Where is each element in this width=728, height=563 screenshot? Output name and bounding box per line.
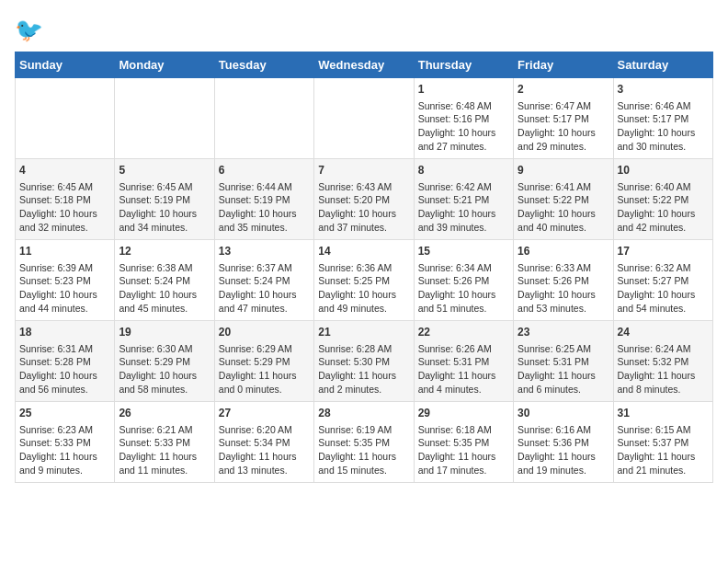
day-info: Sunset: 5:17 PM — [518, 112, 609, 126]
cell-week4-day0: 18Sunrise: 6:31 AMSunset: 5:28 PMDayligh… — [16, 321, 115, 402]
day-info: Sunrise: 6:38 AM — [119, 261, 210, 275]
day-info: Sunrise: 6:25 AM — [518, 342, 609, 356]
day-info: Daylight: 10 hours — [618, 207, 709, 221]
day-info: Sunset: 5:29 PM — [219, 355, 310, 369]
day-info: Daylight: 10 hours — [518, 207, 609, 221]
day-info: Sunset: 5:31 PM — [418, 355, 509, 369]
day-number: 30 — [518, 406, 609, 421]
day-info: Sunset: 5:19 PM — [219, 193, 310, 207]
day-info: and 11 minutes. — [119, 464, 210, 477]
day-info: and 21 minutes. — [618, 464, 709, 477]
day-info: Sunrise: 6:43 AM — [318, 180, 409, 194]
day-number: 11 — [19, 244, 110, 259]
day-info: Sunset: 5:23 PM — [19, 274, 110, 288]
day-info: Daylight: 10 hours — [318, 288, 409, 302]
logo: 🐦 — [15, 15, 48, 44]
cell-week4-day1: 19Sunrise: 6:30 AMSunset: 5:29 PMDayligh… — [115, 321, 214, 402]
cell-week3-day2: 13Sunrise: 6:37 AMSunset: 5:24 PMDayligh… — [214, 240, 313, 321]
day-info: Daylight: 10 hours — [19, 207, 110, 221]
day-info: Sunrise: 6:47 AM — [518, 99, 609, 113]
day-info: and 30 minutes. — [618, 140, 709, 154]
day-number: 4 — [19, 163, 110, 178]
day-info: Sunset: 5:26 PM — [418, 274, 509, 288]
cell-week1-day5: 2Sunrise: 6:47 AMSunset: 5:17 PMDaylight… — [514, 78, 613, 159]
day-number: 27 — [219, 406, 310, 421]
day-info: Daylight: 11 hours — [318, 450, 409, 464]
day-number: 5 — [119, 163, 210, 178]
day-info: Daylight: 11 hours — [618, 369, 709, 383]
day-info: Daylight: 10 hours — [219, 207, 310, 221]
day-number: 2 — [518, 82, 609, 98]
day-info: Sunrise: 6:15 AM — [618, 423, 709, 437]
day-info: Sunrise: 6:18 AM — [418, 423, 509, 437]
day-number: 20 — [219, 325, 310, 340]
day-info: Sunset: 5:17 PM — [618, 112, 709, 126]
day-number: 31 — [618, 406, 709, 421]
day-info: Daylight: 10 hours — [119, 207, 210, 221]
day-info: Sunset: 5:25 PM — [318, 274, 409, 288]
day-number: 29 — [418, 406, 509, 421]
day-info: and 27 minutes. — [418, 140, 509, 154]
day-info: Daylight: 11 hours — [418, 450, 509, 464]
header-thursday: Thursday — [414, 52, 513, 78]
day-info: Sunset: 5:31 PM — [518, 355, 609, 369]
day-info: and 32 minutes. — [19, 221, 110, 235]
day-info: and 29 minutes. — [518, 140, 609, 154]
day-number: 1 — [418, 82, 509, 98]
day-info: and 34 minutes. — [119, 221, 210, 235]
day-info: Daylight: 11 hours — [219, 450, 310, 464]
cell-week2-day6: 10Sunrise: 6:40 AMSunset: 5:22 PMDayligh… — [613, 159, 712, 240]
day-info: and 47 minutes. — [219, 302, 310, 316]
cell-week3-day4: 15Sunrise: 6:34 AMSunset: 5:26 PMDayligh… — [414, 240, 513, 321]
cell-week4-day5: 23Sunrise: 6:25 AMSunset: 5:31 PMDayligh… — [514, 321, 613, 402]
day-info: Sunset: 5:32 PM — [618, 355, 709, 369]
day-info: and 49 minutes. — [318, 302, 409, 316]
day-info: Sunrise: 6:21 AM — [119, 423, 210, 437]
cell-week3-day6: 17Sunrise: 6:32 AMSunset: 5:27 PMDayligh… — [613, 240, 712, 321]
day-info: Daylight: 10 hours — [19, 369, 110, 383]
cell-week2-day0: 4Sunrise: 6:45 AMSunset: 5:18 PMDaylight… — [16, 159, 115, 240]
day-number: 3 — [618, 82, 709, 98]
day-info: Sunrise: 6:32 AM — [618, 261, 709, 275]
day-number: 28 — [318, 406, 409, 421]
day-number: 26 — [119, 406, 210, 421]
svg-text:🐦: 🐦 — [15, 16, 44, 44]
day-info: and 35 minutes. — [219, 221, 310, 235]
day-info: and 45 minutes. — [119, 302, 210, 316]
day-number: 14 — [318, 244, 409, 259]
day-info: Daylight: 10 hours — [418, 207, 509, 221]
day-info: Sunset: 5:35 PM — [418, 436, 509, 450]
cell-week5-day6: 31Sunrise: 6:15 AMSunset: 5:37 PMDayligh… — [613, 402, 712, 483]
day-info: Sunset: 5:21 PM — [418, 193, 509, 207]
day-info: Sunrise: 6:37 AM — [219, 261, 310, 275]
day-info: Sunrise: 6:48 AM — [418, 99, 509, 113]
day-info: Sunrise: 6:40 AM — [618, 180, 709, 194]
day-info: Sunrise: 6:45 AM — [19, 180, 110, 194]
cell-week1-day2 — [214, 78, 313, 159]
day-info: and 54 minutes. — [618, 302, 709, 316]
day-info: Sunset: 5:28 PM — [19, 355, 110, 369]
cell-week3-day5: 16Sunrise: 6:33 AMSunset: 5:26 PMDayligh… — [514, 240, 613, 321]
day-info: Sunrise: 6:42 AM — [418, 180, 509, 194]
day-info: and 9 minutes. — [19, 464, 110, 477]
week-row-2: 4Sunrise: 6:45 AMSunset: 5:18 PMDaylight… — [16, 159, 713, 240]
day-info: and 53 minutes. — [518, 302, 609, 316]
day-number: 6 — [219, 163, 310, 178]
day-number: 16 — [518, 244, 609, 259]
day-info: Daylight: 10 hours — [19, 288, 110, 302]
day-number: 25 — [19, 406, 110, 421]
day-number: 17 — [618, 244, 709, 259]
cell-week2-day5: 9Sunrise: 6:41 AMSunset: 5:22 PMDaylight… — [514, 159, 613, 240]
calendar-table: SundayMondayTuesdayWednesdayThursdayFrid… — [15, 52, 713, 483]
day-info: and 15 minutes. — [318, 464, 409, 477]
day-info: Sunset: 5:26 PM — [518, 274, 609, 288]
day-info: Sunset: 5:35 PM — [318, 436, 409, 450]
day-info: Daylight: 10 hours — [618, 288, 709, 302]
day-info: and 0 minutes. — [219, 383, 310, 396]
day-info: and 4 minutes. — [418, 383, 509, 396]
page-header: 🐦 — [15, 15, 713, 44]
day-number: 10 — [618, 163, 709, 178]
day-info: and 39 minutes. — [418, 221, 509, 235]
day-number: 13 — [219, 244, 310, 259]
cell-week4-day6: 24Sunrise: 6:24 AMSunset: 5:32 PMDayligh… — [613, 321, 712, 402]
